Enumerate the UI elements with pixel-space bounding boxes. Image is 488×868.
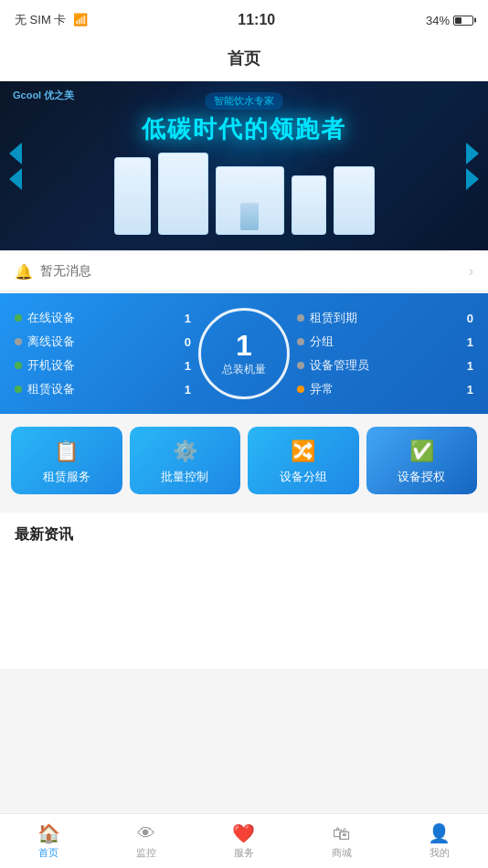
device-3 (216, 166, 284, 235)
notification-bell-icon: 🔔 (15, 263, 31, 280)
nav-icon: 👤 (428, 822, 451, 844)
stat-dot (15, 338, 22, 345)
stat-item-right: 异常 1 (297, 381, 473, 397)
stat-item-left: 租赁设备 1 (15, 381, 191, 397)
nav-label: 我的 (430, 846, 450, 860)
action-icon: 📋 (54, 439, 79, 463)
stat-label: 异常 (310, 381, 461, 397)
stats-right: 租赁到期 0 分组 1 设备管理员 1 异常 1 (297, 310, 473, 397)
stat-label: 在线设备 (27, 310, 179, 326)
stat-value: 0 (185, 335, 191, 349)
device-5 (334, 166, 375, 235)
main-content: Gcool 优之美 智能饮水专家 低碳时代的领跑者 🔔 (0, 81, 488, 805)
status-right: 34% (426, 14, 473, 27)
stat-label: 分组 (310, 333, 461, 350)
stat-dot (297, 386, 304, 393)
device-4 (292, 175, 326, 235)
stat-label: 设备管理员 (310, 357, 461, 374)
stat-value: 1 (467, 383, 473, 397)
stat-value: 0 (467, 312, 473, 325)
action-label: 设备授权 (398, 469, 445, 485)
quick-actions: 📋 租赁服务 ⚙️ 批量控制 🔀 设备分组 ✅ 设备授权 (0, 416, 488, 505)
banner: Gcool 优之美 智能饮水专家 低碳时代的领跑者 (0, 81, 488, 250)
action-btn-设备授权[interactable]: ✅ 设备授权 (366, 427, 478, 494)
nav-label: 监控 (136, 846, 156, 860)
stat-value: 1 (467, 359, 473, 373)
stat-value: 1 (185, 359, 191, 373)
nav-icon: 🏠 (37, 822, 60, 844)
notification-text: 暂无消息 (40, 263, 469, 280)
stat-label: 租赁设备 (27, 381, 179, 397)
stat-dot (15, 386, 22, 393)
device-2 (158, 153, 208, 235)
bottom-nav: 🏠 首页 👁 监控 ❤️ 服务 🛍 商城 👤 我的 (0, 813, 488, 868)
page-title: 首页 (0, 40, 488, 81)
status-bar: 无 SIM 卡 📶 11:10 34% (0, 0, 488, 40)
stat-item-left: 在线设备 1 (15, 310, 191, 326)
stats-center: 1 总装机量 (198, 308, 290, 399)
device-1 (114, 157, 151, 235)
nav-item-监控[interactable]: 👁 监控 (98, 818, 196, 865)
action-label: 设备分组 (280, 469, 327, 485)
stat-label: 离线设备 (27, 333, 179, 350)
circle-label: 总装机量 (222, 362, 266, 377)
action-label: 批量控制 (161, 469, 208, 485)
nav-item-服务[interactable]: ❤️ 服务 (196, 817, 293, 865)
total-count-circle: 1 总装机量 (198, 308, 290, 399)
stat-item-right: 分组 1 (297, 333, 473, 350)
stat-label: 租赁到期 (310, 310, 461, 326)
stat-dot (297, 362, 304, 369)
stat-value: 1 (185, 312, 191, 325)
stat-dot (15, 314, 22, 322)
stat-dot (297, 338, 304, 345)
stat-value: 1 (185, 383, 191, 397)
banner-content: 智能饮水专家 低碳时代的领跑者 (0, 81, 488, 250)
stat-dot (297, 314, 304, 322)
stat-item-left: 开机设备 1 (15, 357, 191, 374)
nav-label: 首页 (38, 846, 58, 860)
battery-icon (453, 16, 473, 26)
nav-label: 服务 (234, 846, 254, 860)
nav-item-商城[interactable]: 🛍 商城 (292, 818, 390, 865)
news-section: 最新资讯 (0, 513, 488, 669)
stat-dot (15, 362, 22, 369)
nav-icon: 🛍 (333, 823, 351, 844)
nav-label: 商城 (332, 846, 352, 860)
banner-subtitle: 智能饮水专家 (205, 92, 283, 110)
nav-icon: 👁 (137, 823, 155, 844)
nav-icon: ❤️ (232, 822, 255, 844)
status-time: 11:10 (238, 12, 275, 28)
action-icon: ⚙️ (173, 439, 197, 463)
nav-item-我的[interactable]: 👤 我的 (390, 817, 488, 865)
action-icon: ✅ (409, 439, 434, 463)
action-icon: 🔀 (291, 439, 315, 463)
status-left: 无 SIM 卡 📶 (15, 12, 88, 28)
stats-panel: 在线设备 1 离线设备 0 开机设备 1 租赁设备 1 1 总装机量 租赁到期 … (0, 293, 488, 414)
banner-title: 低碳时代的领跑者 (142, 113, 346, 145)
news-content (15, 552, 473, 662)
action-btn-批量控制[interactable]: ⚙️ 批量控制 (130, 427, 241, 494)
action-label: 租赁服务 (43, 469, 90, 485)
stats-left: 在线设备 1 离线设备 0 开机设备 1 租赁设备 1 (15, 310, 191, 397)
banner-devices (114, 153, 375, 235)
news-title: 最新资讯 (15, 525, 473, 545)
circle-number: 1 (236, 331, 252, 360)
action-btn-设备分组[interactable]: 🔀 设备分组 (248, 427, 359, 494)
nav-item-首页[interactable]: 🏠 首页 (0, 817, 98, 865)
stat-item-left: 离线设备 0 (15, 333, 191, 350)
stat-item-right: 设备管理员 1 (297, 357, 473, 374)
notification-bar[interactable]: 🔔 暂无消息 › (0, 252, 488, 291)
action-btn-租赁服务[interactable]: 📋 租赁服务 (11, 427, 122, 494)
notification-arrow-icon: › (469, 263, 473, 280)
stat-item-right: 租赁到期 0 (297, 310, 473, 326)
battery-percent: 34% (426, 14, 450, 27)
stat-label: 开机设备 (27, 357, 179, 374)
stat-value: 1 (467, 335, 473, 349)
